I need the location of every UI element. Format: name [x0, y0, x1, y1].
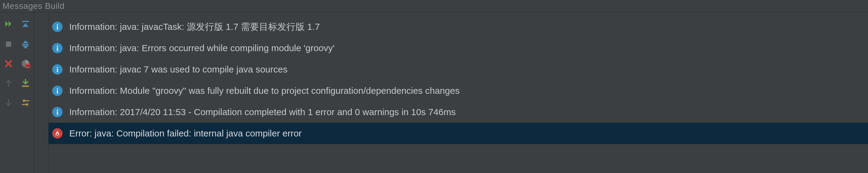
- message-row[interactable]: Information: 2017/4/20 11:53 - Compilati…: [49, 101, 868, 123]
- messages-list: Information: java: javacTask: 源发行版 1.7 需…: [49, 13, 868, 173]
- panel-title-text: Messages Build: [2, 1, 65, 11]
- rerun-button[interactable]: [2, 19, 14, 31]
- svg-rect-2: [22, 44, 29, 45]
- prev-message-button[interactable]: [2, 77, 14, 89]
- error-icon: [52, 128, 63, 139]
- export-button[interactable]: [20, 77, 32, 89]
- svg-rect-0: [6, 42, 11, 47]
- collapse-all-button[interactable]: [20, 38, 32, 50]
- panel-title: Messages Build: [0, 0, 868, 12]
- message-row[interactable]: Information: java: javacTask: 源发行版 1.7 需…: [49, 16, 868, 38]
- svg-rect-8: [22, 104, 26, 105]
- info-icon: [52, 22, 63, 32]
- info-icon: [52, 107, 63, 117]
- message-row[interactable]: Information: javac 7 was used to compile…: [49, 59, 868, 80]
- message-text: Information: java: Errors occurred while…: [69, 43, 335, 53]
- info-icon: [52, 43, 63, 53]
- message-row[interactable]: Information: java: Errors occurred while…: [49, 38, 868, 59]
- next-message-button[interactable]: [2, 97, 14, 109]
- svg-rect-4: [26, 66, 30, 67]
- settings-button[interactable]: [20, 97, 32, 109]
- message-text: Information: Module "groovy" was fully r…: [69, 85, 460, 96]
- expand-all-button[interactable]: [20, 19, 32, 31]
- info-icon: [52, 85, 63, 96]
- message-text: Information: 2017/4/20 11:53 - Compilati…: [69, 107, 456, 117]
- stop-button[interactable]: [2, 38, 14, 50]
- toolbar-right: [17, 13, 34, 173]
- message-row[interactable]: Error: java: Compilation failed: interna…: [49, 123, 868, 144]
- close-button[interactable]: [2, 57, 14, 70]
- filter-errors-button[interactable]: [20, 57, 32, 70]
- message-text: Error: java: Compilation failed: interna…: [69, 128, 302, 139]
- toolbar-left: [0, 13, 17, 173]
- message-row[interactable]: Information: Module "groovy" was fully r…: [49, 80, 868, 101]
- tree-gutter: [34, 13, 49, 173]
- svg-rect-1: [22, 21, 29, 22]
- panel-body: Information: java: javacTask: 源发行版 1.7 需…: [0, 12, 868, 173]
- info-icon: [52, 64, 63, 75]
- svg-point-9: [57, 135, 58, 136]
- svg-rect-6: [25, 100, 29, 101]
- message-text: Information: javac 7 was used to compile…: [69, 64, 288, 75]
- message-text: Information: java: javacTask: 源发行版 1.7 需…: [69, 21, 320, 33]
